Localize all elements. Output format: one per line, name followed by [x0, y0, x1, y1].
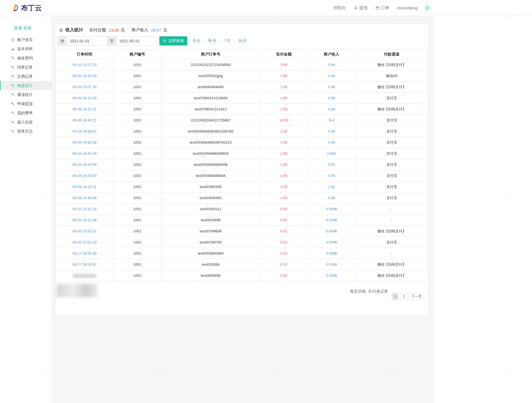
paid-amount-cell: 2.00	[260, 181, 308, 192]
merchant-no-cell: 1001	[113, 137, 161, 148]
paid-amount-cell: 0.01	[260, 270, 308, 281]
order-time-link[interactable]: 05-08 23:07:30	[72, 85, 96, 89]
order-time-cell: 04-27 16:04:52	[56, 259, 113, 270]
paid-amount-cell: 1.00	[260, 170, 308, 181]
brand-logo[interactable]: 布丁云	[11, 3, 42, 12]
sidebar-item-label: 登录日志	[17, 129, 33, 134]
sidebar-item-交易记录[interactable]: 交易记录	[0, 72, 52, 81]
chart-icon	[11, 47, 15, 51]
order-time-link[interactable]: 05-04 13:33:46	[72, 196, 96, 200]
order-time-link[interactable]: 04-27 16:04:52	[72, 262, 96, 267]
search-button[interactable]: 立即查询	[159, 36, 187, 45]
order-no-cell: test00789785	[161, 237, 260, 248]
order-time-link[interactable]: 05-04 19:44:19	[72, 151, 96, 156]
table-row: 05-04 19:25:001001test0004564665461.000.…	[56, 170, 428, 181]
order-no-cell: 20210506164022735667	[161, 115, 260, 126]
quick-range-link[interactable]: 30天	[238, 38, 247, 44]
order-time-cell: 05-03 10:52:13	[56, 237, 113, 248]
top-navbar: 布丁云 控制台 提现 订单 chuncheng	[0, 0, 532, 16]
merchant-no-cell: 1001	[113, 204, 161, 215]
column-header: 实付金额	[260, 50, 308, 59]
quick-range-link[interactable]: 7天	[224, 38, 231, 44]
order-no-cell: test07865413124654	[161, 93, 260, 104]
table-row: 05-04 19:16:111001test005654562.001.92支付…	[56, 181, 428, 192]
stat-merchant-income-value: 20.87	[151, 28, 162, 32]
channel-cell: 支付宝	[355, 181, 428, 192]
sidebar-item-label: 修改密码	[17, 56, 33, 61]
order-time-link[interactable]: 05-04 19:58:57	[72, 129, 96, 133]
order-time-link[interactable]: 05-10 21:07:23	[72, 63, 96, 67]
order-time-cell	[56, 270, 113, 281]
channel-cell: 支付宝	[355, 93, 428, 104]
order-time-cell: 05-04 19:33:49	[56, 159, 113, 170]
order-time-cell: 05-03 23:22:18	[56, 204, 113, 215]
nav-username[interactable]: chuncheng	[397, 6, 417, 10]
sidebar-item-账户首页[interactable]: 账户首页	[0, 35, 52, 44]
table-row: 05-03 23:21:061001test00046560.010.0096-	[56, 215, 428, 226]
merchant-no-cell: 1001	[113, 192, 161, 204]
date-to-input[interactable]	[117, 36, 157, 45]
order-time-link[interactable]: 05-08 18:11:37	[72, 107, 96, 111]
order-time-cell: 05-03 23:21:06	[56, 215, 113, 226]
order-time-link[interactable]: 05-08 18:12:30	[72, 96, 96, 100]
date-from-input[interactable]	[67, 36, 108, 45]
sidebar-item-申请提现[interactable]: 申请提现	[0, 99, 52, 108]
order-time-link[interactable]: 05-04 19:33:49	[72, 163, 96, 167]
next-page-button[interactable]: 下一页	[409, 293, 424, 300]
date-range-group: 至	[58, 36, 157, 45]
nav-withdraw-link[interactable]: 提现	[354, 5, 368, 11]
order-time-link[interactable]: 05-04 19:25:00	[72, 174, 96, 178]
order-time-link[interactable]: 05-06 16:40:22	[72, 118, 96, 122]
order-time-link[interactable]: 05-04 19:55:39	[72, 140, 96, 145]
page-number-button[interactable]: 1	[392, 293, 399, 300]
table-row: 04-27 16:05:491001test00056654640.010.00…	[56, 248, 428, 259]
paid-amount-cell: 1.00	[260, 159, 308, 170]
column-header: 商户编号	[113, 50, 161, 59]
order-no-cell: 20210510210723458580	[161, 59, 260, 70]
table-row: 05-08 23:07:301001test06454646451.000.94…	[56, 82, 428, 93]
order-time-link[interactable]: 05-08 23:33:04	[72, 74, 96, 78]
sidebar-item-label: 基本资料	[17, 47, 33, 52]
quick-range-link[interactable]: 今天	[192, 38, 201, 44]
order-no-cell: test0645464645	[161, 82, 260, 93]
channel-cell: 微信【扫码支付】	[355, 270, 428, 281]
sidebar-item-基本资料[interactable]: 基本资料	[0, 44, 52, 54]
sidebar-item-通道统计[interactable]: 通道统计	[0, 90, 52, 99]
page-number-button[interactable]: 2	[400, 293, 407, 300]
order-time-link[interactable]: 05-03 10:53:32	[72, 229, 96, 233]
quick-range-links: 今天|昨天|7天|30天	[192, 38, 247, 44]
nav-orders-link[interactable]: 订单	[375, 5, 389, 11]
table-row: 05-04 19:58:571001test000456466548515357…	[56, 126, 428, 137]
merchant-no-cell: 1001	[113, 126, 161, 137]
sidebar-item-接入信息[interactable]: 接入信息	[0, 118, 52, 127]
sidebar-item-我的费率[interactable]: 我的费率	[0, 108, 52, 118]
merchant-no-cell: 1001	[113, 215, 161, 226]
channel-cell: 支付宝	[355, 192, 428, 204]
key-icon	[11, 84, 15, 87]
list-icon	[59, 28, 63, 32]
separator: |	[234, 39, 235, 43]
quick-range-link[interactable]: 昨天	[208, 38, 216, 44]
table-row: 05-04 19:33:491001test000456466564561.00…	[56, 159, 428, 170]
table-row: 05-04 19:55:391001test000456466548783123…	[56, 137, 428, 148]
order-time-link[interactable]: 05-03 23:21:06	[72, 218, 96, 222]
channel-cell: 支付宝	[355, 159, 428, 170]
paid-amount-cell: 1.00	[260, 82, 308, 93]
order-time-cell: 05-08 23:07:30	[56, 82, 113, 93]
paid-amount-cell: 1.00	[260, 148, 308, 159]
income-cell: 0.94	[308, 82, 355, 93]
sidebar-item-结算记录[interactable]: 结算记录	[0, 63, 52, 72]
paid-amount-cell: 0.01	[260, 226, 308, 237]
column-header: 商户订单号	[161, 50, 260, 59]
sidebar-item-收益统计[interactable]: 收益统计	[0, 81, 52, 90]
nav-console-link[interactable]: 控制台	[334, 5, 346, 11]
sidebar-item-修改密码[interactable]: 修改密码	[0, 54, 52, 63]
order-time-link[interactable]: 05-03 23:22:18	[72, 207, 96, 211]
order-time-link[interactable]: 04-27 16:05:49	[72, 251, 96, 255]
sidebar-item-登录日志[interactable]: 登录日志	[0, 127, 52, 136]
channel-cell: 支付宝	[355, 126, 428, 137]
order-time-link[interactable]: 05-03 10:52:13	[72, 240, 96, 244]
order-time-link[interactable]: 05-04 19:16:11	[72, 185, 96, 189]
logout-icon[interactable]	[425, 6, 430, 10]
key-icon	[11, 111, 15, 115]
